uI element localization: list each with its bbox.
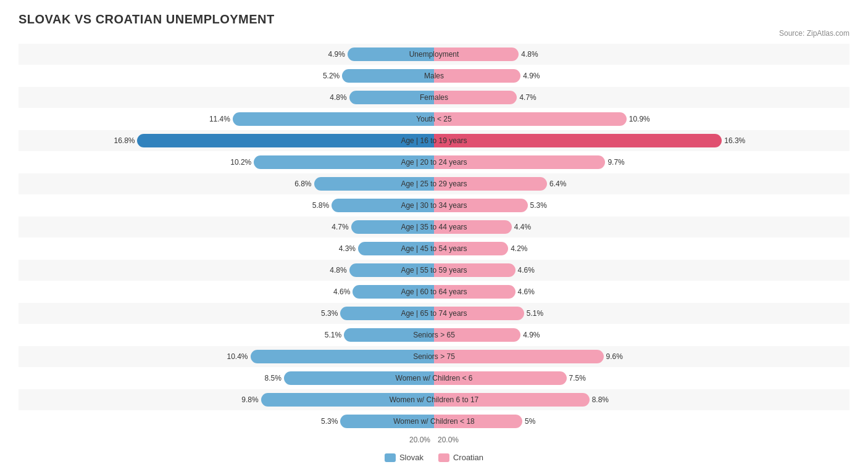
legend-box-slovak [385, 453, 396, 462]
bar-slovak [261, 393, 434, 407]
value-slovak: 4.8% [330, 93, 349, 102]
value-croatian: 4.6% [515, 266, 535, 275]
left-section: 4.6% [19, 281, 434, 302]
value-croatian: 9.7% [605, 158, 624, 167]
bar-slovak [358, 242, 434, 255]
value-croatian: 6.4% [547, 180, 566, 188]
right-section: 4.9% [434, 324, 849, 345]
value-slovak: 4.9% [328, 50, 348, 59]
value-slovak: 10.2% [230, 158, 254, 167]
bar-croatian [434, 371, 567, 385]
right-section: 9.7% [434, 152, 849, 173]
value-croatian: 7.5% [567, 374, 586, 382]
value-croatian: 4.2% [508, 244, 527, 253]
value-slovak: 11.4% [209, 115, 233, 123]
legend-label-slovak: Slovak [399, 453, 424, 462]
left-section: 9.8% [19, 389, 434, 410]
value-slovak: 5.8% [312, 201, 332, 210]
bar-croatian [434, 155, 605, 169]
left-section: 16.8% [19, 130, 434, 151]
value-croatian: 5.1% [524, 309, 543, 318]
right-section: 7.5% [434, 368, 849, 389]
chart-row: 5.3%5.1%Age | 65 to 74 years [19, 303, 849, 324]
value-croatian: 10.9% [627, 115, 650, 123]
bar-slovak [251, 350, 434, 363]
chart-row: 10.4%9.6%Seniors > 75 [19, 346, 849, 367]
page-title: SLOVAK VS CROATIAN UNEMPLOYMENT [19, 12, 849, 27]
right-section: 5.3% [434, 195, 849, 216]
chart-row: 16.8%16.3%Age | 16 to 19 years [19, 130, 849, 151]
value-slovak: 8.5% [265, 374, 284, 382]
right-section: 5.1% [434, 303, 849, 324]
right-section: 4.8% [434, 44, 849, 65]
bar-croatian [434, 91, 517, 104]
bar-croatian [434, 415, 522, 428]
right-section: 8.8% [434, 389, 849, 410]
left-section: 4.3% [19, 238, 434, 259]
value-croatian: 5.3% [528, 201, 547, 210]
bar-slovak [340, 307, 434, 320]
value-slovak: 5.3% [321, 417, 340, 426]
bar-slovak [349, 263, 434, 277]
bar-slovak [351, 220, 434, 234]
left-section: 4.8% [19, 260, 434, 281]
bar-slovak [332, 199, 434, 212]
chart-container: 4.9%4.8%Unemployment5.2%4.9%Males4.8%4.7… [19, 44, 849, 447]
right-section: 9.6% [434, 346, 849, 367]
bar-croatian [434, 199, 528, 212]
bar-croatian [434, 328, 520, 342]
left-section: 10.4% [19, 346, 434, 367]
value-slovak: 5.2% [323, 72, 342, 80]
source-label: Source: ZipAtlas.com [19, 29, 849, 38]
chart-row: 4.8%4.7%Females [19, 87, 849, 108]
bar-slovak [344, 328, 434, 342]
value-croatian: 4.4% [512, 223, 531, 231]
chart-row: 4.6%4.6%Age | 60 to 64 years [19, 281, 849, 302]
right-section: 4.7% [434, 87, 849, 108]
right-section: 16.3% [434, 130, 849, 151]
value-slovak: 4.8% [330, 266, 349, 275]
bar-slovak [340, 415, 434, 428]
value-croatian: 16.3% [722, 136, 745, 145]
legend-box-croatian [438, 453, 449, 462]
bar-croatian [434, 350, 604, 363]
legend: Slovak Croatian [19, 453, 849, 462]
bar-croatian [434, 69, 520, 83]
value-slovak: 4.3% [339, 244, 358, 253]
left-section: 10.2% [19, 152, 434, 173]
chart-row: 4.3%4.2%Age | 45 to 54 years [19, 238, 849, 259]
bar-slovak [314, 177, 434, 191]
chart-row: 9.8%8.8%Women w/ Children 6 to 17 [19, 389, 849, 410]
chart-row: 4.9%4.8%Unemployment [19, 44, 849, 65]
chart-row: 4.7%4.4%Age | 35 to 44 years [19, 217, 849, 238]
right-section: 5% [434, 411, 849, 432]
bar-croatian [434, 307, 524, 320]
value-croatian: 4.8% [519, 50, 538, 59]
left-section: 5.3% [19, 411, 434, 432]
right-section: 4.2% [434, 238, 849, 259]
bar-croatian [434, 263, 515, 277]
value-croatian: 8.8% [590, 395, 609, 404]
right-section: 10.9% [434, 109, 849, 130]
right-section: 4.4% [434, 217, 849, 238]
legend-item-croatian: Croatian [438, 453, 483, 462]
chart-row: 10.2%9.7%Age | 20 to 24 years [19, 152, 849, 173]
right-section: 6.4% [434, 173, 849, 194]
value-croatian: 4.6% [515, 287, 535, 296]
bar-croatian [434, 393, 590, 407]
left-section: 5.2% [19, 65, 434, 86]
left-section: 5.3% [19, 303, 434, 324]
value-slovak: 6.8% [294, 180, 314, 188]
legend-label-croatian: Croatian [453, 453, 483, 462]
left-section: 4.8% [19, 87, 434, 108]
bar-slovak [137, 134, 434, 147]
left-section: 8.5% [19, 368, 434, 389]
chart-row: 4.8%4.6%Age | 55 to 59 years [19, 260, 849, 281]
chart-row: 5.3%5%Women w/ Children < 18 [19, 411, 849, 432]
right-section: 4.6% [434, 281, 849, 302]
bar-slovak [284, 371, 434, 385]
value-croatian: 9.6% [604, 352, 623, 361]
chart-row: 11.4%10.9%Youth < 25 [19, 109, 849, 130]
chart-row: 5.8%5.3%Age | 30 to 34 years [19, 195, 849, 216]
bar-slovak [254, 155, 434, 169]
